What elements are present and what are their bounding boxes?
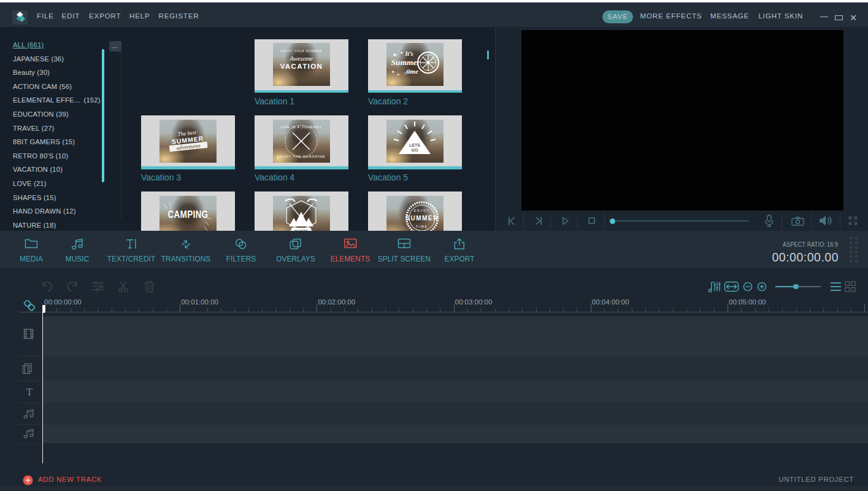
svg-text:★: ★ [393, 52, 397, 58]
svg-text:LETS: LETS [409, 143, 420, 147]
svg-text:Summer: Summer [391, 58, 421, 67]
svg-text:time: time [407, 68, 419, 75]
svg-text:LIFE IS A JOURNEY: LIFE IS A JOURNEY [281, 125, 323, 129]
svg-text:☆: ☆ [403, 71, 407, 76]
svg-text:★: ★ [397, 72, 400, 76]
svg-text:TIME: TIME [416, 225, 428, 228]
svg-text:★: ★ [391, 70, 394, 74]
svg-text:SUMMER: SUMMER [406, 215, 439, 222]
svg-text:★: ★ [400, 51, 403, 55]
svg-text:It’s: It’s [405, 50, 413, 57]
svg-text:☙: ☙ [300, 139, 303, 143]
svg-text:ENJOY THE SUNSHINE: ENJOY THE SUNSHINE [277, 155, 326, 158]
svg-text:ENJOY: ENJOY [414, 209, 431, 212]
svg-text:GO: GO [412, 148, 418, 152]
